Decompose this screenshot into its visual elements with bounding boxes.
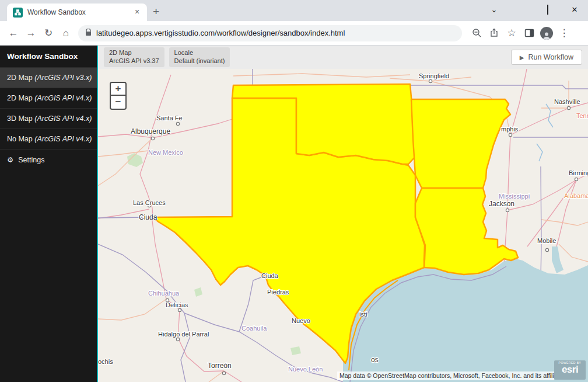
map-label: Delicias [166,301,188,308]
city-dot [506,209,509,211]
map-svg[interactable]: SpringfieldNashvilleTennemphisBirmingham… [98,69,588,382]
zoom-out-page-icon[interactable] [468,25,485,42]
sidebar-item-settings[interactable]: ⚙ Settings [0,150,97,170]
tab-close-icon[interactable]: × [132,7,142,18]
road-line [209,371,224,382]
sidebar-item-2d-map-v3[interactable]: 2D Map (ArcGIS API v3.x) [0,68,97,88]
map-attribution: Map data © OpenStreetMap contributors, M… [337,371,554,380]
city-dot [222,371,225,374]
bookmark-star-icon[interactable]: ☆ [503,25,520,42]
share-icon[interactable] [485,25,503,42]
map-label: ochis [98,358,113,365]
sidebar-item-no-map-v4[interactable]: No Map (ArcGIS API v4.x) [0,129,97,150]
map-label: os [371,356,379,364]
map-label: Tenne [576,112,588,119]
highlight-arkansas [411,99,510,188]
sandbox-toolbar: 2D Map ArcGIS API v3.37 Locale Default (… [98,46,588,69]
reload-icon[interactable]: ↻ [40,25,57,42]
run-workflow-button[interactable]: ▶ Run Workflow [511,50,582,65]
map-label: Mississippi [499,193,530,200]
forest-area [290,346,301,355]
back-icon[interactable]: ← [5,25,22,42]
side-panel-icon[interactable] [520,25,538,42]
map-label: Hidalgo del Parral [158,331,209,338]
map-zoom-control: + − [110,82,127,110]
home-icon[interactable]: ⌂ [57,25,75,42]
main-panel: 2D Map ArcGIS API v3.37 Locale Default (… [98,46,588,382]
road-line [233,74,410,77]
padlock-icon[interactable] [85,28,92,39]
city-dot [151,137,154,140]
city-dot [545,248,548,251]
map-canvas[interactable]: SpringfieldNashvilleTennemphisBirmingham… [98,69,588,382]
locale-chip[interactable]: Locale Default (invariant) [169,47,230,67]
browser-window: Workflow Sandbox × + ⌄ ✕ ← → ↻ ⌂ latitud… [0,0,588,382]
city-dot [509,133,512,136]
browser-navbar: ← → ↻ ⌂ latitudegeo.apps.vertigisstudio.… [0,21,588,46]
map-label: Albuquerque [131,127,170,136]
road-line [559,244,588,262]
map-label: Alabama [564,192,588,199]
map-label: New Mexico [148,149,183,156]
window-controls: ⌄ ✕ [481,0,588,19]
map-label: Nuevo [292,317,310,324]
sidebar-title: Workflow Sandbox [0,46,97,68]
app-content: Workflow Sandbox 2D Map (ArcGIS API v3.x… [0,46,588,382]
map-label: Ciuda [261,272,279,279]
esri-logo-text: esri [554,364,586,374]
road-line [224,371,242,382]
forward-icon[interactable]: → [22,25,40,42]
city-dot [429,79,432,82]
map-label: Santa Fe [156,114,183,121]
road-line [152,217,166,299]
zoom-in-button[interactable]: + [111,83,125,96]
mobile-bay-water [552,246,564,273]
esri-logo: POWERED BY esri [554,360,586,380]
tab-title: Workflow Sandbox [27,8,132,16]
map-label: Ciuda [139,213,158,221]
city-dot [178,308,181,311]
sidebar-item-2d-map-v4[interactable]: 2D Map (ArcGIS API v4.x) [0,88,97,109]
road-line [98,151,148,157]
browser-tab[interactable]: Workflow Sandbox × [7,4,147,21]
city-dot [575,178,578,180]
map-type-chip[interactable]: 2D Map ArcGIS API v3.37 [104,47,164,67]
workflow-favicon-icon [13,8,23,18]
profile-avatar[interactable] [538,25,555,42]
map-label: isti [359,311,367,318]
close-button[interactable]: ✕ [561,5,588,14]
map-label: Birmingham [569,169,588,176]
map-label: Coahuila [242,325,267,332]
road-line [527,180,576,246]
forest-area [194,287,202,297]
city-dot [567,106,570,109]
map-label: Mobile [537,237,556,244]
navbar-actions: ☆ ⋮ [468,25,573,42]
maximize-button[interactable] [534,5,561,14]
play-icon: ▶ [520,54,524,61]
map-label: Chihuahua [148,290,180,297]
zoom-out-button[interactable]: − [111,96,125,109]
url-text[interactable]: latitudegeo.apps.vertigisstudio.com/work… [96,29,345,37]
map-label: mphis [501,126,519,133]
settings-label: Settings [18,156,44,164]
tab-search-icon[interactable]: ⌄ [481,5,508,14]
road-line [541,220,588,225]
road-line [430,81,490,97]
map-label: Las Cruces [133,199,166,206]
map-label: Nashville [554,98,580,105]
sidebar: Workflow Sandbox 2D Map (ArcGIS API v3.x… [0,46,98,382]
map-label: Nuevo León [288,366,323,373]
sidebar-item-3d-map-v4[interactable]: 3D Map (ArcGIS API v4.x) [0,109,97,129]
road-line [98,299,166,320]
map-label: Jackson [489,200,514,208]
city-dot [176,338,179,341]
map-label: Piedras [267,289,289,296]
browser-titlebar: Workflow Sandbox × + ⌄ ✕ [0,0,588,21]
city-dot [176,122,179,125]
address-bar[interactable]: latitudegeo.apps.vertigisstudio.com/work… [78,25,462,41]
new-tab-button[interactable]: + [153,5,159,18]
map-label: Springfield [419,72,449,79]
map-label: Torreón [208,362,232,370]
menu-kebab-icon[interactable]: ⋮ [555,25,573,42]
